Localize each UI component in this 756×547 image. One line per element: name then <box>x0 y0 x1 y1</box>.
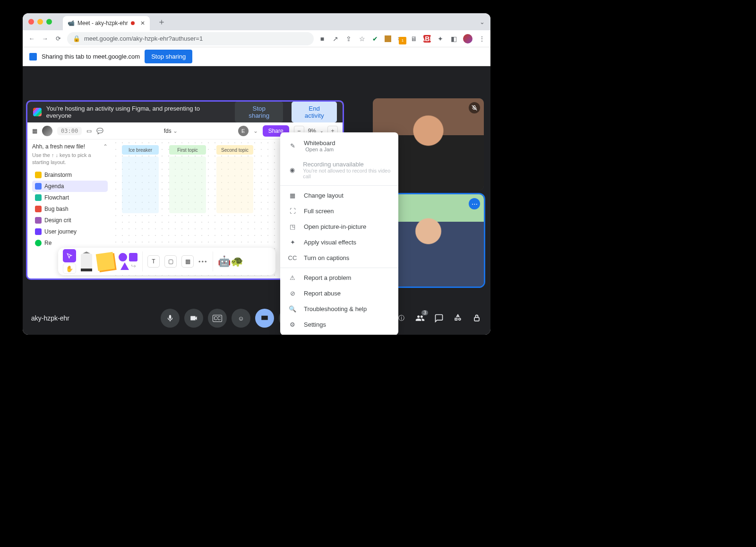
mic-toggle-button[interactable] <box>161 309 180 328</box>
agenda-card-first-topic[interactable]: First topic <box>169 145 206 155</box>
ext-orange-icon[interactable] <box>385 35 391 42</box>
mic-off-icon <box>469 102 480 113</box>
stop-sharing-activity-button[interactable]: Stop sharing <box>235 102 283 122</box>
figma-user-avatar[interactable] <box>42 126 52 136</box>
side-panel-icon[interactable]: ◧ <box>450 35 457 43</box>
back-button[interactable]: ← <box>27 35 36 42</box>
stop-sharing-infobar-button[interactable]: Stop sharing <box>145 50 192 63</box>
text-tool[interactable]: T <box>147 255 160 268</box>
template-record[interactable]: Re <box>32 237 108 249</box>
close-tab-button[interactable]: ✕ <box>140 20 145 26</box>
maximize-window-button[interactable] <box>46 19 52 25</box>
extensions-puzzle-icon[interactable]: ✦ <box>437 35 444 43</box>
menu-report-abuse[interactable]: ⊘Report abuse <box>280 286 398 301</box>
tab-title: Meet - aky-hzpk-ehr <box>77 20 128 26</box>
present-button[interactable] <box>255 309 274 328</box>
tile-more-button[interactable]: ⋯ <box>469 198 480 209</box>
address-bar[interactable]: 🔒 meet.google.com/aky-hzpk-ehr?authuser=… <box>67 32 314 45</box>
new-tab-button[interactable]: ＋ <box>157 16 166 27</box>
activities-button[interactable] <box>453 313 463 323</box>
browser-tab[interactable]: 📹 Meet - aky-hzpk-ehr ✕ <box>63 16 150 30</box>
figma-panel-title: Ahh, a fresh new file! <box>32 143 85 150</box>
meeting-code: aky-hzpk-ehr <box>31 314 69 322</box>
figma-comment-icon[interactable]: 💬 <box>96 128 103 134</box>
menu-troubleshoot[interactable]: 🔍Troubleshooting & help <box>280 301 398 317</box>
menu-captions[interactable]: CCTurn on captions <box>280 250 398 266</box>
chrome-menu-icon[interactable]: ⋮ <box>478 35 486 43</box>
fullscreen-icon: ⛶ <box>288 208 297 215</box>
rectangle-tool[interactable] <box>129 253 137 261</box>
menu-change-layout[interactable]: ▦Change layout <box>280 188 398 203</box>
profile-avatar[interactable] <box>463 34 472 43</box>
menu-divider <box>280 185 398 186</box>
abp-extension-icon[interactable]: ABP <box>423 35 431 43</box>
menu-settings[interactable]: ⚙Settings <box>280 317 398 332</box>
agenda-column-2[interactable] <box>169 156 206 213</box>
pencil-icon: ✎ <box>288 142 297 149</box>
table-tool[interactable]: ▦ <box>181 255 194 268</box>
camera-icon[interactable]: ■ <box>318 35 326 43</box>
select-tool[interactable] <box>63 249 76 262</box>
chat-button[interactable] <box>434 313 444 323</box>
feedback-icon: ⚠ <box>288 274 297 281</box>
template-bug-bash[interactable]: Bug bash <box>32 203 108 215</box>
more-tools-button[interactable]: ••• <box>198 258 208 265</box>
figma-layout-icon[interactable]: ▭ <box>86 128 92 134</box>
menu-report-problem[interactable]: ⚠Report a problem <box>280 270 398 286</box>
avatar-chevron-icon[interactable]: ⌄ <box>253 128 258 134</box>
captions-icon: CC <box>288 254 297 261</box>
agenda-card-second-topic[interactable]: Second topic <box>216 145 253 155</box>
hand-tool[interactable]: ✋ <box>63 263 76 274</box>
host-controls-button[interactable] <box>472 313 482 323</box>
agenda-card-icebreaker[interactable]: Ice breaker <box>122 145 159 155</box>
triangle-tool[interactable] <box>120 262 129 270</box>
sticky-note-tool[interactable] <box>96 252 115 271</box>
pencil-tool[interactable] <box>81 252 92 271</box>
sticker-tool[interactable]: 🤖🐢 <box>218 255 243 268</box>
template-user-journey[interactable]: User journey <box>32 226 108 237</box>
people-button[interactable]: 3 <box>415 313 425 323</box>
menu-full-screen[interactable]: ⛶Full screen <box>280 203 398 219</box>
url-text: meet.google.com/aky-hzpk-ehr?authuser=1 <box>84 35 203 42</box>
close-window-button[interactable] <box>28 19 34 25</box>
reactions-button[interactable]: ☺ <box>232 309 250 328</box>
forward-button[interactable]: → <box>41 35 49 42</box>
meet-right-controls: ⓘ 3 <box>396 313 482 323</box>
end-activity-button[interactable]: End activity <box>292 102 337 122</box>
template-design-crit[interactable]: Design crit <box>32 215 108 226</box>
camera-toggle-button[interactable] <box>184 309 203 328</box>
tabs-dropdown-icon[interactable]: ⌄ <box>480 18 485 26</box>
figma-filename[interactable]: fds <box>164 128 172 134</box>
participant-avatar[interactable]: E <box>238 126 249 136</box>
pip-icon: ◳ <box>288 223 297 230</box>
captions-button[interactable]: CC <box>208 309 227 328</box>
dock-divider-2 <box>213 252 213 271</box>
ext-monitor-icon[interactable]: 🖥 <box>410 35 418 43</box>
agenda-column-3[interactable] <box>216 156 253 213</box>
figma-timer[interactable]: 03:00 <box>57 127 82 135</box>
template-brainstorm[interactable]: Brainstorm <box>32 169 108 181</box>
template-flowchart[interactable]: Flowchart <box>32 192 108 203</box>
connector-tool[interactable]: ↪ <box>131 262 136 270</box>
bookmark-icon[interactable]: ☆ <box>358 35 366 43</box>
reload-button[interactable]: ⟳ <box>54 35 62 42</box>
record-icon: ◉ <box>288 166 296 174</box>
menu-recording-disabled: ◉ Recording unavailable You're not allow… <box>280 156 398 183</box>
menu-pip[interactable]: ◳Open picture-in-picture <box>280 219 398 234</box>
share-icon[interactable]: ⇪ <box>345 35 352 43</box>
open-external-icon[interactable]: ↗ <box>332 35 339 43</box>
ellipse-tool[interactable] <box>119 253 127 261</box>
recording-indicator-icon <box>131 21 135 25</box>
figma-menu-icon[interactable]: ▦ <box>32 128 37 134</box>
agenda-column-1[interactable] <box>122 156 159 213</box>
section-tool[interactable]: ▢ <box>164 255 177 268</box>
ext-scissors-icon[interactable]: ✂1 <box>397 35 404 43</box>
template-agenda[interactable]: Agenda <box>32 181 108 192</box>
menu-visual-effects[interactable]: ✦Apply visual effects <box>280 234 398 250</box>
collapse-panel-icon[interactable]: ⌃ <box>103 143 108 150</box>
ext-green-icon[interactable]: ✔ <box>371 35 379 43</box>
minimize-window-button[interactable] <box>37 19 43 25</box>
filename-chevron-icon[interactable]: ⌄ <box>173 128 178 134</box>
menu-whiteboard[interactable]: ✎ Whiteboard Open a Jam <box>280 135 398 156</box>
sparkle-icon: ✦ <box>288 239 297 246</box>
